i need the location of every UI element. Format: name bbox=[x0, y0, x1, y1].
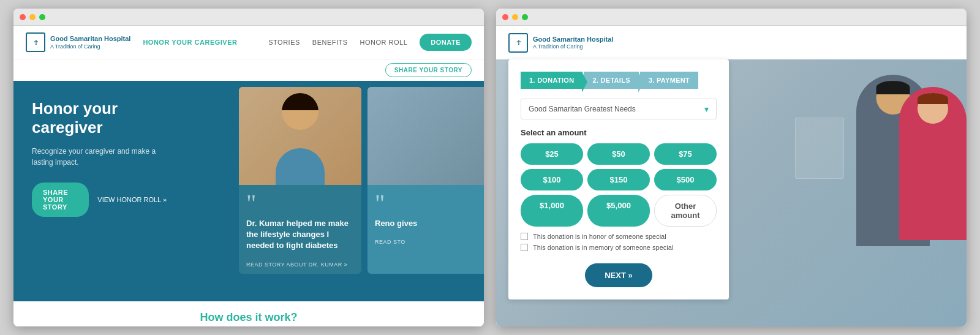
right-logo-text-area: Good Samaritan Hospital A Tradition of C… bbox=[533, 36, 613, 50]
how-section: How does it work? bbox=[13, 301, 484, 326]
close-dot[interactable] bbox=[20, 14, 26, 20]
honor-badge: HONOR YOUR CAREGIVER bbox=[143, 39, 237, 46]
amount-50[interactable]: $50 bbox=[587, 143, 650, 165]
amount-100[interactable]: $100 bbox=[521, 169, 583, 190]
right-browser-window: ☥ Good Samaritan Hospital A Tradition of… bbox=[496, 9, 967, 326]
nav-benefits[interactable]: BENEFITS bbox=[312, 39, 348, 46]
nav-honor-roll[interactable]: HONOR ROLL bbox=[360, 39, 408, 46]
left-donate-button[interactable]: DONATE bbox=[420, 34, 472, 51]
person-face bbox=[282, 93, 318, 130]
quote-mark-2: " bbox=[368, 185, 484, 216]
step-tabs: 1. DONATION 2. DETAILS 3. PAYMENT bbox=[521, 72, 717, 89]
hero-share-story-button[interactable]: SHARE YOUR STORY bbox=[32, 183, 89, 217]
hero-section: Honor your caregiver Recognize your care… bbox=[13, 81, 484, 301]
right-navbar: ☥ Good Samaritan Hospital A Tradition of… bbox=[496, 26, 967, 59]
share-story-banner-button[interactable]: SHARE YOUR STORY bbox=[385, 63, 472, 77]
left-browser-toolbar bbox=[13, 9, 484, 26]
bg-equipment bbox=[795, 118, 844, 179]
maximize-dot[interactable] bbox=[39, 14, 45, 20]
doctor-hair bbox=[876, 81, 910, 94]
left-logo-name: Good Samaritan Hospital bbox=[50, 35, 130, 43]
amount-grid: $25 $50 $75 $100 $150 $500 $1,000 $5,000… bbox=[521, 143, 717, 227]
honor-checkbox-label: This donation is in honor of someone spe… bbox=[533, 233, 666, 240]
story-cards: " Dr. Kumar helped me make the lifestyle… bbox=[239, 87, 484, 274]
amount-25[interactable]: $25 bbox=[521, 143, 583, 165]
honor-checkbox[interactable] bbox=[521, 233, 528, 240]
hero-left-content: Honor your caregiver Recognize your care… bbox=[32, 99, 167, 217]
amount-label: Select an amount bbox=[521, 128, 717, 137]
right-logo-area: ☥ Good Samaritan Hospital A Tradition of… bbox=[508, 33, 613, 53]
left-navbar: ☥ Good Samaritan Hospital A Tradition of… bbox=[13, 26, 484, 59]
share-banner: SHARE YOUR STORY bbox=[13, 59, 484, 81]
right-page-content: ☥ Good Samaritan Hospital A Tradition of… bbox=[496, 26, 967, 326]
minimize-dot[interactable] bbox=[29, 14, 36, 20]
person-body bbox=[276, 148, 325, 185]
right-logo-name: Good Samaritan Hospital bbox=[533, 36, 613, 43]
amount-150[interactable]: $150 bbox=[587, 169, 650, 190]
story-card-1: " Dr. Kumar helped me make the lifestyle… bbox=[239, 87, 361, 274]
left-page-content: ☥ Good Samaritan Hospital A Tradition of… bbox=[13, 26, 484, 326]
next-btn-container: NEXT » bbox=[521, 255, 717, 287]
left-logo-subtitle: A Tradition of Caring bbox=[50, 43, 130, 50]
memory-checkbox-row: This donation is in memory of someone sp… bbox=[521, 244, 717, 251]
step-tab-payment[interactable]: 3. PAYMENT bbox=[640, 72, 698, 89]
amount-other[interactable]: Other amount bbox=[654, 195, 717, 227]
donation-form-card: 1. DONATION 2. DETAILS 3. PAYMENT Good S… bbox=[508, 59, 729, 299]
dropdown-arrow-icon: ▾ bbox=[704, 104, 709, 114]
amount-500[interactable]: $500 bbox=[654, 169, 717, 190]
right-minimize-dot[interactable] bbox=[512, 14, 518, 20]
card-2-text: Reno gives bbox=[368, 216, 484, 235]
nurse-hair bbox=[918, 93, 948, 104]
right-close-dot[interactable] bbox=[502, 14, 508, 20]
nurse-head bbox=[918, 93, 948, 124]
step-tab-details[interactable]: 2. DETAILS bbox=[584, 72, 638, 89]
amount-5000[interactable]: $5,000 bbox=[587, 195, 650, 227]
card-2-link[interactable]: READ STO bbox=[368, 235, 484, 251]
hero-subtitle: Recognize your caregiver and make a last… bbox=[32, 146, 167, 168]
right-logo-icon: ☥ bbox=[508, 33, 528, 53]
person-image-1 bbox=[239, 87, 361, 185]
left-nav-links: STORIES BENEFITS HONOR ROLL DONATE bbox=[268, 34, 472, 51]
honor-roll-link[interactable]: VIEW HONOR ROLL » bbox=[97, 196, 167, 203]
left-logo-icon: ☥ bbox=[26, 32, 45, 52]
card-2-image bbox=[368, 87, 484, 185]
nav-stories[interactable]: STORIES bbox=[268, 39, 300, 46]
memory-checkbox[interactable] bbox=[521, 244, 528, 251]
left-logo-area: ☥ Good Samaritan Hospital A Tradition of… bbox=[26, 32, 130, 52]
card-1-image bbox=[239, 87, 361, 185]
step-tab-donation[interactable]: 1. DONATION bbox=[521, 72, 582, 89]
amount-75[interactable]: $75 bbox=[654, 143, 717, 165]
left-logo-text: Good Samaritan Hospital A Tradition of C… bbox=[50, 35, 130, 49]
card-1-text: Dr. Kumar helped me make the lifestyle c… bbox=[239, 216, 361, 258]
person-hair bbox=[282, 93, 318, 110]
left-browser-window: ☥ Good Samaritan Hospital A Tradition of… bbox=[13, 9, 484, 326]
hero-cta-area: SHARE YOUR STORY VIEW HONOR ROLL » bbox=[32, 183, 167, 217]
fund-dropdown[interactable]: Good Samaritan Greatest Needs ▾ bbox=[521, 99, 717, 119]
right-maximize-dot[interactable] bbox=[522, 14, 528, 20]
fund-dropdown-value: Good Samaritan Greatest Needs bbox=[529, 105, 636, 113]
honor-checkbox-row: This donation is in honor of someone spe… bbox=[521, 233, 717, 240]
amount-1000[interactable]: $1,000 bbox=[521, 195, 583, 227]
how-title: How does it work? bbox=[23, 311, 474, 324]
bg-person-nurse bbox=[899, 87, 967, 240]
quote-mark-1: " bbox=[239, 185, 361, 216]
memory-checkbox-label: This donation is in memory of someone sp… bbox=[533, 244, 673, 251]
right-logo-subtitle: A Tradition of Caring bbox=[533, 43, 613, 50]
card-1-link[interactable]: READ STORY ABOUT DR. KUMAR » bbox=[239, 258, 361, 274]
story-card-2: " Reno gives READ STO bbox=[368, 87, 484, 274]
right-browser-toolbar bbox=[496, 9, 967, 26]
hero-title: Honor your caregiver bbox=[32, 99, 167, 137]
next-button[interactable]: NEXT » bbox=[585, 263, 652, 287]
